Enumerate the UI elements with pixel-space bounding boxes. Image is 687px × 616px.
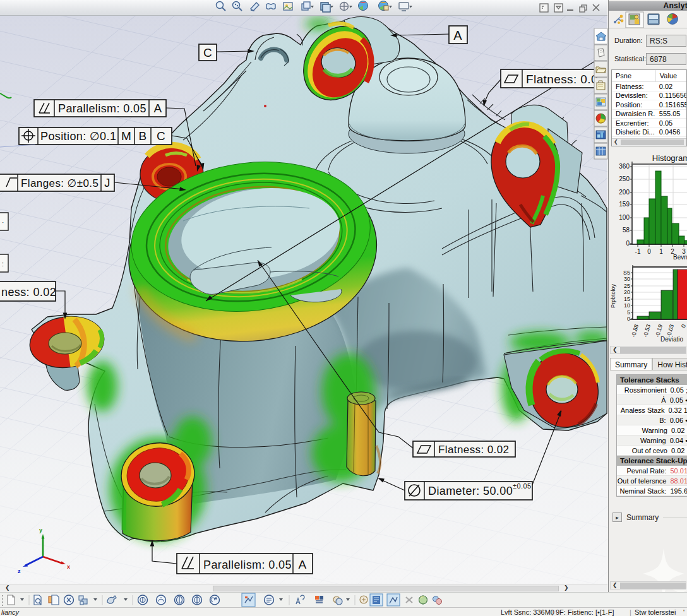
svg-text:A: A (153, 102, 162, 115)
svg-text:30: 30 (624, 276, 630, 282)
svg-text:A: A (453, 28, 462, 42)
svg-text:Flatness: 0.0: Flatness: 0.0 (526, 73, 598, 86)
svg-text:Flatness: 0.02: Flatness: 0.02 (438, 444, 509, 456)
svg-text:ness: 0.02: ness: 0.02 (1, 286, 56, 299)
svg-text:J: J (104, 177, 110, 189)
svg-text:Prpbtoloy: Prpbtoloy (610, 283, 616, 308)
svg-text::: : (2, 261, 4, 268)
svg-text:15: 15 (624, 296, 630, 302)
svg-text:58: 58 (623, 227, 630, 234)
svg-text:Parallelism: 0.05: Parallelism: 0.05 (203, 559, 292, 571)
svg-text:100: 100 (619, 214, 630, 221)
svg-text:5: 5 (627, 309, 630, 316)
svg-text:20: 20 (624, 289, 630, 295)
svg-text:10: 10 (624, 302, 630, 309)
svg-text:0: 0 (647, 248, 651, 255)
svg-text:±0.05: ±0.05 (513, 482, 531, 490)
svg-text:Diameter: 50.00: Diameter: 50.00 (428, 485, 513, 497)
svg-text:250: 250 (619, 175, 630, 182)
svg-text:200: 200 (619, 189, 630, 196)
svg-text:C: C (203, 46, 212, 59)
svg-text:A: A (298, 558, 306, 571)
svg-text:Flanges: ∅±0.5: Flanges: ∅±0.5 (21, 177, 99, 189)
svg-text:159: 159 (619, 201, 630, 208)
svg-text:0: 0 (627, 316, 630, 322)
svg-text:-0.88: -0.88 (630, 324, 640, 338)
svg-text:0: 0 (626, 240, 630, 247)
svg-text:M: M (121, 129, 131, 143)
svg-text:0: 0 (680, 324, 687, 328)
svg-text:y: y (39, 527, 42, 533)
svg-text:1: 1 (659, 248, 663, 255)
svg-text:Parallelism: 0.05: Parallelism: 0.05 (58, 102, 146, 115)
svg-text:Position: ∅0.1: Position: ∅0.1 (40, 130, 116, 143)
svg-text:·: · (2, 219, 4, 226)
svg-text:S5: S5 (623, 270, 630, 276)
svg-text:B: B (138, 129, 146, 143)
svg-text:z: z (18, 568, 21, 574)
svg-text:360: 360 (619, 163, 630, 170)
svg-text:C: C (157, 129, 165, 143)
svg-text:-1: -1 (635, 248, 641, 255)
svg-text:25: 25 (624, 283, 630, 289)
svg-text:x: x (67, 564, 70, 570)
svg-text:-0.53: -0.53 (642, 324, 652, 338)
